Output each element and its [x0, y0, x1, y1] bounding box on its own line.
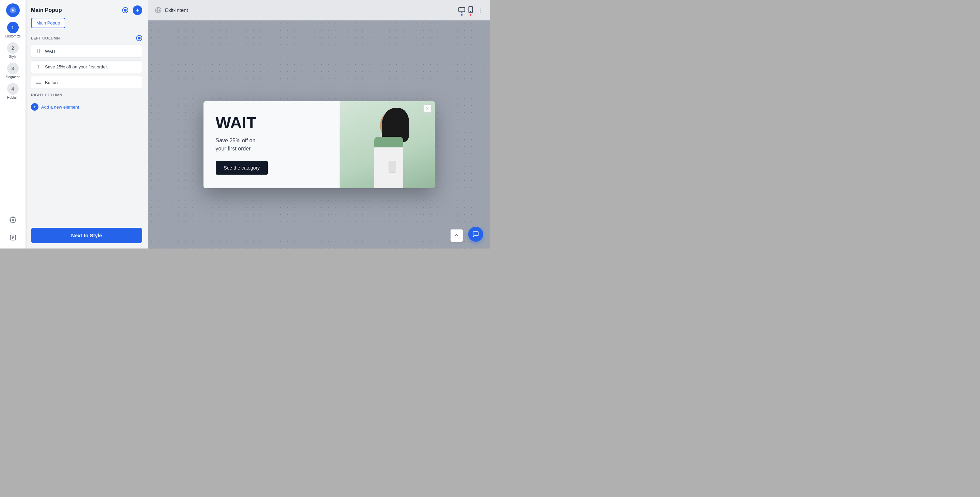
topbar-title: Exit-Intent	[165, 7, 188, 13]
panel-header: Main Popup +	[25, 0, 148, 18]
chat-support-btn[interactable]	[468, 227, 483, 242]
step-4-circle: 4	[7, 83, 19, 95]
more-options-btn[interactable]: ⋮	[477, 6, 483, 14]
nav-rail: 1 Customize 2 Style 3 Segment 4 Publish	[0, 0, 25, 248]
panel-header-icons: +	[121, 5, 142, 15]
heading-icon: H	[35, 48, 41, 54]
svg-point-2	[12, 219, 14, 221]
step-1-circle: 1	[7, 22, 19, 33]
step-customize[interactable]: 1 Customize	[3, 22, 23, 38]
step-publish[interactable]: 4 Publish	[3, 83, 23, 99]
left-column-section: LEFT COLUMN	[25, 32, 148, 43]
step-style[interactable]: 2 Style	[3, 42, 23, 59]
button-icon: ▬	[35, 80, 41, 85]
panel-footer: Next to Style	[25, 222, 148, 248]
support-nav-btn[interactable]	[6, 231, 20, 244]
step-2-circle: 2	[7, 42, 19, 54]
step-4-label: Publish	[7, 96, 18, 99]
step-3-circle: 3	[7, 63, 19, 74]
element-heading[interactable]: H WAIT	[31, 45, 142, 57]
nav-bottom	[6, 213, 20, 248]
step-3-label: Segment	[6, 75, 19, 79]
popup-left-col: WAIT Save 25% off onyour first order. Se…	[204, 101, 340, 188]
element-button[interactable]: ▬ Button	[31, 76, 142, 89]
canvas-area: Exit-Intent ⋮ WAIT Save 25% off onyour f…	[148, 0, 490, 248]
globe-icon	[155, 7, 162, 14]
element-text[interactable]: T Save 25% off on your first order.	[31, 60, 142, 73]
popup-wait-text: WAIT	[216, 115, 327, 131]
popup-cta-btn[interactable]: See the category	[216, 161, 268, 175]
svg-rect-6	[459, 7, 465, 11]
svg-point-10	[470, 11, 471, 12]
popup-preview: WAIT Save 25% off onyour first order. Se…	[204, 101, 435, 188]
step-2-label: Style	[9, 55, 16, 59]
side-panel: Main Popup + Main Popup LEFT COLUMN H WA…	[25, 0, 148, 248]
tab-bar: Main Popup	[25, 18, 148, 32]
add-circle-icon: +	[31, 103, 38, 111]
device-switcher	[458, 6, 473, 14]
panel-title: Main Popup	[31, 7, 62, 13]
left-col-radio	[136, 35, 142, 41]
right-column-section: RIGHT COLUMN	[25, 90, 148, 99]
mobile-active-dot	[470, 14, 472, 16]
add-panel-btn[interactable]: +	[133, 5, 142, 15]
popup-right-col: ×	[340, 101, 435, 188]
add-element-btn[interactable]: + Add a new element	[31, 103, 142, 111]
desktop-active-dot	[461, 14, 463, 16]
text-icon: T	[35, 64, 41, 69]
main-popup-tab[interactable]: Main Popup	[31, 18, 65, 28]
popup-body-text: Save 25% off onyour first order.	[216, 137, 327, 153]
radio-target-icon	[121, 5, 130, 15]
step-1-label: Customize	[5, 34, 21, 38]
step-segment[interactable]: 3 Segment	[3, 63, 23, 79]
desktop-device-btn[interactable]	[458, 7, 466, 14]
top-bar: Exit-Intent ⋮	[148, 0, 490, 21]
scroll-up-btn[interactable]	[450, 229, 463, 242]
settings-nav-btn[interactable]	[6, 213, 20, 227]
mobile-device-btn[interactable]	[468, 6, 473, 14]
app-logo[interactable]	[6, 3, 20, 17]
next-to-style-btn[interactable]: Next to Style	[31, 228, 142, 243]
popup-close-btn[interactable]: ×	[423, 105, 431, 113]
